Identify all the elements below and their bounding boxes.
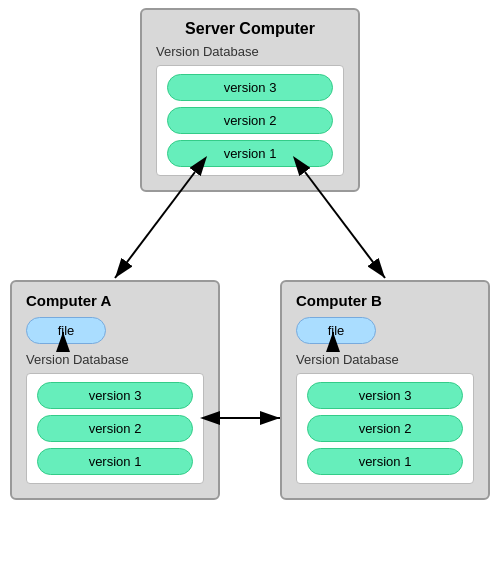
computer-b-db-container: version 3 version 2 version 1	[296, 373, 474, 484]
diagram: Server Computer Version Database version…	[0, 0, 500, 563]
server-db-container: version 3 version 2 version 1	[156, 65, 344, 176]
computer-b-title: Computer B	[296, 292, 474, 309]
server-version-2: version 2	[167, 107, 333, 134]
computer-b-box: Computer B file Version Database version…	[280, 280, 490, 500]
computer-a-version-2: version 2	[37, 415, 193, 442]
server-db-label: Version Database	[156, 44, 344, 59]
computer-a-db-container: version 3 version 2 version 1	[26, 373, 204, 484]
server-version-3: version 3	[167, 74, 333, 101]
server-computer-box: Server Computer Version Database version…	[140, 8, 360, 192]
computer-a-version-1: version 1	[37, 448, 193, 475]
computer-a-db-label: Version Database	[26, 352, 204, 367]
computer-b-version-3: version 3	[307, 382, 463, 409]
computer-b-version-1: version 1	[307, 448, 463, 475]
server-title: Server Computer	[156, 20, 344, 38]
computer-a-title: Computer A	[26, 292, 204, 309]
computer-b-db-label: Version Database	[296, 352, 474, 367]
computer-a-box: Computer A file Version Database version…	[10, 280, 220, 500]
computer-b-version-2: version 2	[307, 415, 463, 442]
computer-a-file: file	[26, 317, 106, 344]
computer-b-file: file	[296, 317, 376, 344]
server-version-1: version 1	[167, 140, 333, 167]
computer-a-version-3: version 3	[37, 382, 193, 409]
